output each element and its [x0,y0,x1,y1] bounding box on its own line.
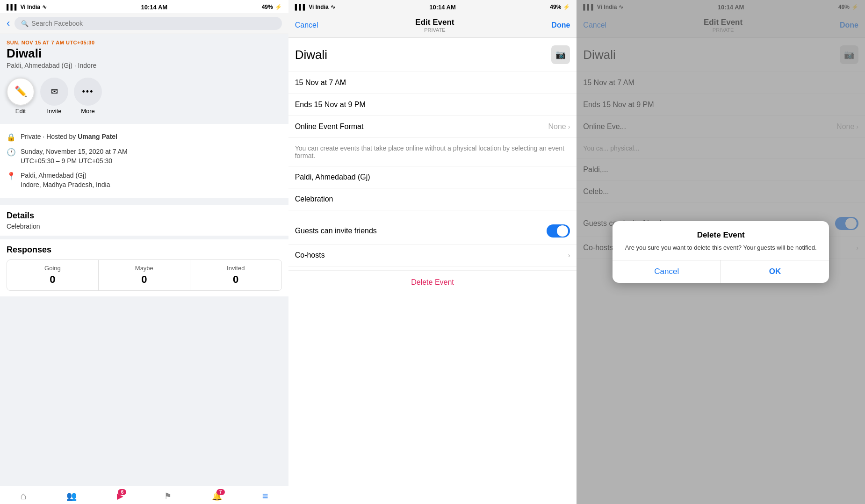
toggle-thumb [557,225,568,237]
action-buttons: ✏️ Edit ✉ Invite ••• More [0,74,288,120]
carrier-1: ▌▌▌ Vi India ∿ [7,4,47,10]
event-title-row: Diwali 📷 [288,38,577,72]
privacy-row: 🔒 Private · Hosted by Umang Patel [7,130,282,144]
invite-label: Invite [47,108,61,115]
time-2: 10:14 AM [429,4,456,11]
delete-event-button[interactable]: Delete Event [288,270,577,294]
status-bar-1: ▌▌▌ Vi India ∿ 10:14 AM 49% ⚡ [0,0,288,13]
nav-bar-1: ‹ 🔍 [0,13,288,34]
date-badge: SUN, NOV 15 AT 7 AM UTC+05:30 [0,34,288,46]
response-row: Going 0 Maybe 0 Invited 0 [7,259,282,291]
invite-toggle[interactable] [547,224,570,238]
image-picker-icon[interactable]: 📷 [551,45,570,64]
invite-circle[interactable]: ✉ [40,78,68,106]
more-icon: ••• [82,87,94,97]
edit-event-name[interactable]: Diwali [295,48,327,62]
end-date-field[interactable]: Ends 15 Nov at 9 PM [288,94,577,116]
privacy-text: Private · Hosted by Umang Patel [21,132,117,142]
nav-notifications[interactable]: 🔔7 [212,491,222,501]
edit-event-title: Edit Event [415,18,454,27]
more-action[interactable]: ••• More [74,78,102,115]
location-icon: 📍 [7,172,16,180]
format-note: You can create events that take place on… [288,138,577,166]
header-title-block: Edit Event PRIVATE [415,18,454,33]
dialog-buttons: Cancel OK [613,260,829,283]
invite-icon: ✉ [51,86,58,97]
event-content: SUN, NOV 15 AT 7 AM UTC+05:30 Diwali Pal… [0,34,288,486]
invite-toggle-row: Guests can invite friends [288,218,577,245]
panel-delete-dialog: ▌▌▌ Vi India ∿ 10:14 AM 49% ⚡ Cancel Edi… [577,0,865,504]
panel-edit-event: ▌▌▌ Vi India ∿ 10:14 AM 49% ⚡ Cancel Edi… [288,0,577,504]
signal-icon: ▌▌▌ [7,4,19,10]
event-time: Sunday, November 15, 2020 at 7 AMUTC+05:… [21,147,128,166]
responses-section: Responses Going 0 Maybe 0 Invited 0 [0,239,288,296]
edit-event-header: Cancel Edit Event PRIVATE Done [288,13,577,38]
time-1: 10:14 AM [141,4,168,11]
invite-toggle-label: Guests can invite friends [295,227,377,235]
photo-icon: 📷 [555,50,566,60]
search-icon: 🔍 [21,20,29,27]
nav-menu[interactable]: ≡ [262,490,268,502]
battery-1: 49% ⚡ [262,4,282,10]
time-row: 🕐 Sunday, November 15, 2020 at 7 AMUTC+0… [7,144,282,168]
bottom-nav: ⌂ 👥 ▶6 ⚑ 🔔7 ≡ [0,486,288,504]
nav-home[interactable]: ⌂ [20,490,26,502]
location-row: 📍 Paldi, Ahmedabad (Gj)Indore, Madhya Pr… [7,168,282,192]
cohosts-chevron: › [568,252,570,259]
dialog-ok-button[interactable]: OK [721,260,829,283]
done-button[interactable]: Done [551,21,570,29]
edit-icon: ✏️ [14,86,27,98]
details-section: Details Celebration [0,205,288,236]
nav-marketplace[interactable]: ⚑ [164,491,172,501]
nav-friends[interactable]: 👥 [66,491,77,501]
details-text: Celebration [0,223,288,236]
wifi-icon-2: ∿ [331,4,335,10]
location-field[interactable]: Paldi, Ahmedabad (Gj) [288,166,577,188]
clock-icon: 🕐 [7,148,16,157]
details-title: Details [0,205,288,223]
more-label: More [81,108,95,115]
cohosts-field[interactable]: Co-hosts › [288,245,577,266]
delete-dialog: Delete Event Are you sure you want to de… [613,221,829,282]
dialog-cancel-button[interactable]: Cancel [613,260,721,283]
edit-label: Edit [15,108,26,115]
edit-event-content: Diwali 📷 15 Nov at 7 AM Ends 15 Nov at 9… [288,38,577,504]
invite-action[interactable]: ✉ Invite [40,78,68,115]
battery-2: 49% ⚡ [550,4,570,10]
lock-icon: 🔒 [7,133,16,142]
edit-event-subtitle: PRIVATE [415,27,454,33]
notif-badge: 7 [216,489,225,495]
category-field[interactable]: Celebration [288,188,577,210]
cancel-button[interactable]: Cancel [295,21,318,29]
video-badge: 6 [118,489,126,495]
invited-cell: Invited 0 [190,260,281,290]
dialog-message: Are you sure you want to delete this eve… [622,244,820,252]
dialog-body: Delete Event Are you sure you want to de… [613,221,829,259]
signal-icon-2: ▌▌▌ [295,4,307,10]
nav-video[interactable]: ▶6 [117,491,123,501]
dialog-overlay: Delete Event Are you sure you want to de… [577,0,865,504]
back-icon[interactable]: ‹ [7,17,10,29]
battery-icon-2: ⚡ [563,4,570,10]
search-bar[interactable]: 🔍 [14,17,281,30]
online-format-field[interactable]: Online Event Format None › [288,116,577,138]
more-circle[interactable]: ••• [74,78,102,106]
edit-action[interactable]: ✏️ Edit [7,78,35,115]
info-block: 🔒 Private · Hosted by Umang Patel 🕐 Sund… [0,124,288,198]
event-title: Diwali [0,46,288,62]
event-location: Paldi, Ahmedabad (Gj) · Indore [0,62,288,74]
responses-title: Responses [7,245,282,259]
search-input[interactable] [31,20,275,27]
start-date-field[interactable]: 15 Nov at 7 AM [288,72,577,94]
maybe-cell: Maybe 0 [99,260,190,290]
carrier-2: ▌▌▌ Vi India ∿ [295,4,335,10]
panel-event-detail: ▌▌▌ Vi India ∿ 10:14 AM 49% ⚡ ‹ 🔍 SUN, N… [0,0,288,504]
wifi-icon: ∿ [42,4,47,10]
location-text: Paldi, Ahmedabad (Gj)Indore, Madhya Prad… [21,171,110,189]
battery-icon: ⚡ [275,4,282,10]
format-value: None [548,122,566,131]
going-cell: Going 0 [7,260,99,290]
edit-circle[interactable]: ✏️ [7,78,35,106]
status-bar-2: ▌▌▌ Vi India ∿ 10:14 AM 49% ⚡ [288,0,577,13]
dialog-title: Delete Event [622,230,820,240]
